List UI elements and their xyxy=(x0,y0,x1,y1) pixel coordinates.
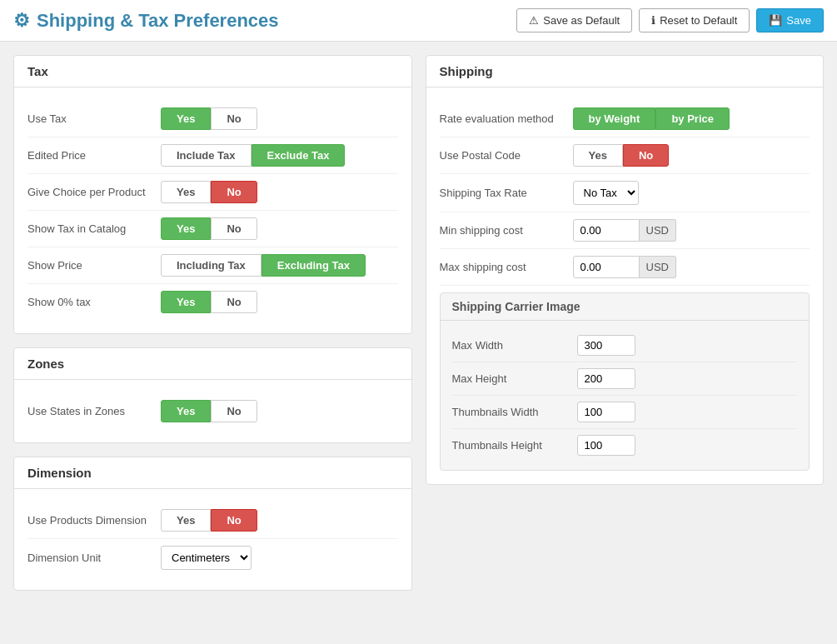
gear-icon: ⚙ xyxy=(13,10,30,32)
label-give-choice: Give Choice per Product xyxy=(27,186,161,198)
right-col: Shipping Rate evaluation methodby Weight… xyxy=(426,55,825,591)
label-use-states: Use States in Zones xyxy=(27,405,161,417)
save-default-button[interactable]: ⚠ Save as Default xyxy=(516,8,632,32)
control-use-products-dimension: YesNo xyxy=(161,509,257,532)
control-edited-price: Include TaxExclude Tax xyxy=(161,144,345,167)
toggle-use-products-dimension-yes[interactable]: Yes xyxy=(161,509,211,532)
label-use-postal-code: Use Postal Code xyxy=(440,149,573,162)
row-min-shipping: Min shipping costUSD xyxy=(440,212,810,249)
dimension-panel-header: Dimension xyxy=(14,457,411,489)
label-show-zero-tax: Show 0% tax xyxy=(27,296,161,308)
tax-panel: Tax Use TaxYesNoEdited PriceInclude TaxE… xyxy=(13,55,412,334)
save-icon: 💾 xyxy=(769,14,782,27)
row-show-price: Show PriceIncluding TaxExcluding Tax xyxy=(27,247,398,284)
control-rate-eval-method: by Weightby Price xyxy=(573,107,730,130)
toggle-use-tax-no[interactable]: No xyxy=(211,107,257,130)
row-use-tax: Use TaxYesNo xyxy=(27,101,398,137)
row-use-products-dimension: Use Products DimensionYesNo xyxy=(27,502,398,539)
page-title: ⚙ Shipping & Tax Preferences xyxy=(13,10,279,32)
save-button[interactable]: 💾 Save xyxy=(756,8,824,32)
toggle-edited-price-include-tax[interactable]: Include Tax xyxy=(161,144,252,167)
zones-panel-header: Zones xyxy=(14,348,411,380)
toggle-use-states-no[interactable]: No xyxy=(211,400,257,422)
currency-max-shipping: USD xyxy=(640,256,676,278)
control-give-choice: YesNo xyxy=(161,181,257,203)
control-use-tax: YesNo xyxy=(161,107,257,130)
row-max-width: Max Width xyxy=(452,329,798,362)
control-show-tax-catalog: YesNo xyxy=(161,217,257,240)
tax-panel-header: Tax xyxy=(14,56,411,87)
toggle-rate-eval-method-by-weight[interactable]: by Weight xyxy=(573,107,656,130)
label-use-products-dimension: Use Products Dimension xyxy=(27,514,161,527)
row-give-choice: Give Choice per ProductYesNo xyxy=(27,174,398,211)
tax-panel-body: Use TaxYesNoEdited PriceInclude TaxExclu… xyxy=(14,87,411,333)
dimension-panel: Dimension Use Products DimensionYesNoDim… xyxy=(13,457,412,591)
shipping-carrier-image-panel: Shipping Carrier ImageMax WidthMax Heigh… xyxy=(440,292,810,471)
control-show-price: Including TaxExcluding Tax xyxy=(161,254,366,277)
toggle-show-price-including-tax[interactable]: Including Tax xyxy=(161,254,262,277)
row-rate-eval-method: Rate evaluation methodby Weightby Price xyxy=(440,101,810,137)
top-bar: ⚙ Shipping & Tax Preferences ⚠ Save as D… xyxy=(0,0,837,42)
toggle-show-tax-catalog-no[interactable]: No xyxy=(211,217,257,240)
label-max-width: Max Width xyxy=(452,339,577,352)
row-use-postal-code: Use Postal CodeYesNo xyxy=(440,137,810,174)
toggle-rate-eval-method-by-price[interactable]: by Price xyxy=(655,107,730,130)
label-edited-price: Edited Price xyxy=(27,149,161,162)
warning-icon: ⚠ xyxy=(529,14,539,27)
currency-min-shipping: USD xyxy=(640,219,676,242)
input-max-shipping[interactable] xyxy=(573,256,640,278)
top-buttons: ⚠ Save as Default ℹ Reset to Default 💾 S… xyxy=(516,8,824,32)
toggle-use-tax-yes[interactable]: Yes xyxy=(161,107,211,130)
dimension-panel-body: Use Products DimensionYesNoDimension Uni… xyxy=(14,489,411,590)
input-max-width[interactable] xyxy=(577,335,635,356)
shipping-panel-header: Shipping xyxy=(426,56,824,87)
toggle-use-states-yes[interactable]: Yes xyxy=(161,400,211,422)
shipping-panel: Shipping Rate evaluation methodby Weight… xyxy=(426,55,825,485)
label-min-shipping: Min shipping cost xyxy=(440,224,573,237)
toggle-use-products-dimension-no[interactable]: No xyxy=(211,509,257,532)
save-label: Save xyxy=(786,14,811,27)
carrier-image-panel-header: Shipping Carrier Image xyxy=(441,293,810,321)
shipping-tax-rate-select[interactable]: No Tax xyxy=(573,181,639,205)
row-use-states: Use States in ZonesYesNo xyxy=(27,393,398,429)
input-min-shipping[interactable] xyxy=(573,219,640,242)
main-content: Tax Use TaxYesNoEdited PriceInclude TaxE… xyxy=(0,42,837,604)
control-use-states: YesNo xyxy=(161,400,257,422)
label-rate-eval-method: Rate evaluation method xyxy=(440,112,573,125)
shipping-panel-body: Rate evaluation methodby Weightby PriceU… xyxy=(426,87,824,484)
row-edited-price: Edited PriceInclude TaxExclude Tax xyxy=(27,137,398,174)
toggle-show-zero-tax-no[interactable]: No xyxy=(211,291,257,313)
toggle-use-postal-code-no[interactable]: No xyxy=(623,144,669,167)
input-thumbnails-width[interactable] xyxy=(577,402,635,422)
dimension-unit-select[interactable]: CentimetersInches xyxy=(161,546,252,570)
control-use-postal-code: YesNo xyxy=(573,144,670,167)
label-thumbnails-height: Thumbnails Height xyxy=(452,439,577,452)
row-dimension-unit: Dimension UnitCentimetersInches xyxy=(27,539,398,577)
row-show-tax-catalog: Show Tax in CatalogYesNo xyxy=(27,211,398,247)
input-thumbnails-height[interactable] xyxy=(577,435,635,456)
label-shipping-tax-rate: Shipping Tax Rate xyxy=(440,187,573,199)
carrier-image-panel-body: Max WidthMax HeightThumbnails WidthThumb… xyxy=(441,321,810,470)
toggle-show-price-excluding-tax[interactable]: Excluding Tax xyxy=(262,254,366,277)
row-max-height: Max Height xyxy=(452,362,798,396)
reset-default-button[interactable]: ℹ Reset to Default xyxy=(639,8,750,32)
toggle-use-postal-code-yes[interactable]: Yes xyxy=(573,144,623,167)
row-max-shipping: Max shipping costUSD xyxy=(440,249,810,286)
toggle-give-choice-no[interactable]: No xyxy=(211,181,257,203)
control-shipping-tax-rate: No Tax xyxy=(573,181,639,205)
label-max-height: Max Height xyxy=(452,372,577,385)
input-max-height[interactable] xyxy=(577,368,635,389)
row-thumbnails-width: Thumbnails Width xyxy=(452,396,798,429)
label-max-shipping: Max shipping cost xyxy=(440,261,573,273)
left-col: Tax Use TaxYesNoEdited PriceInclude TaxE… xyxy=(13,55,412,591)
row-thumbnails-height: Thumbnails Height xyxy=(452,429,798,462)
zones-panel: Zones Use States in ZonesYesNo xyxy=(13,347,412,443)
toggle-show-tax-catalog-yes[interactable]: Yes xyxy=(161,217,211,240)
row-show-zero-tax: Show 0% taxYesNo xyxy=(27,284,398,320)
toggle-show-zero-tax-yes[interactable]: Yes xyxy=(161,291,211,313)
title-text: Shipping & Tax Preferences xyxy=(37,10,279,32)
toggle-edited-price-exclude-tax[interactable]: Exclude Tax xyxy=(252,144,346,167)
toggle-give-choice-yes[interactable]: Yes xyxy=(161,181,211,203)
label-thumbnails-width: Thumbnails Width xyxy=(452,406,577,418)
label-show-price: Show Price xyxy=(27,259,161,272)
